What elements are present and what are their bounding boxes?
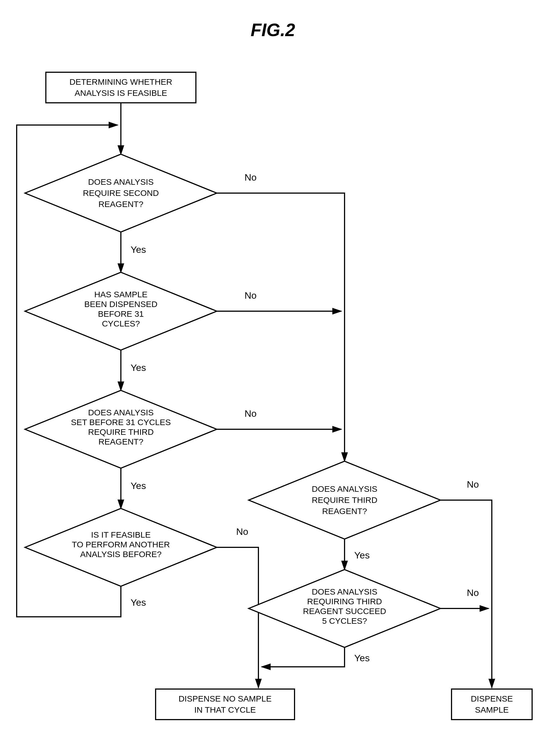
- svg-rect-33: [452, 689, 532, 720]
- decision-require-third-reagent: DOES ANALYSIS REQUIRE THIRD REAGENT?: [249, 461, 440, 539]
- terminal-dispense-sample: DISPENSE SAMPLE: [452, 689, 532, 720]
- svg-text:DOES ANALYSIS: DOES ANALYSIS: [88, 408, 154, 417]
- svg-text:REQUIRE THIRD: REQUIRE THIRD: [88, 427, 154, 436]
- svg-text:DISPENSE: DISPENSE: [471, 694, 513, 703]
- edge-label-yes: Yes: [354, 550, 370, 560]
- edge-label-yes: Yes: [131, 597, 146, 608]
- edge-label-no: No: [245, 290, 256, 301]
- svg-text:DOES ANALYSIS: DOES ANALYSIS: [312, 484, 377, 493]
- figure-title: FIG.2: [251, 20, 295, 40]
- edge-label-yes: Yes: [131, 244, 146, 255]
- edge-label-yes: Yes: [131, 362, 146, 373]
- edge-label-no: No: [236, 526, 248, 537]
- svg-text:SET BEFORE 31 CYCLES: SET BEFORE 31 CYCLES: [71, 418, 171, 427]
- svg-text:REAGENT?: REAGENT?: [98, 437, 143, 446]
- svg-text:REAGENT SUCCEED: REAGENT SUCCEED: [303, 607, 386, 616]
- decision-require-second-reagent: DOES ANALYSIS REQUIRE SECOND REAGENT?: [25, 154, 217, 232]
- svg-text:BEEN DISPENSED: BEEN DISPENSED: [84, 300, 157, 309]
- edge-label-no: No: [245, 172, 256, 183]
- decision-set-before-31-require-third: DOES ANALYSIS SET BEFORE 31 CYCLES REQUI…: [25, 390, 217, 468]
- svg-rect-0: [46, 72, 196, 103]
- svg-text:ANALYSIS BEFORE?: ANALYSIS BEFORE?: [80, 550, 162, 559]
- svg-text:IN THAT CYCLE: IN THAT CYCLE: [194, 705, 256, 714]
- svg-text:TO PERFORM ANOTHER: TO PERFORM ANOTHER: [72, 540, 170, 549]
- svg-text:SAMPLE: SAMPLE: [475, 705, 509, 714]
- edge-label-no: No: [467, 479, 479, 490]
- svg-text:DOES ANALYSIS: DOES ANALYSIS: [312, 587, 377, 596]
- svg-rect-30: [156, 689, 295, 720]
- flowchart: FIG.2 DETERMINING WHETHER ANALYSIS IS FE…: [0, 0, 546, 756]
- svg-text:REAGENT?: REAGENT?: [322, 507, 367, 516]
- svg-text:BEFORE 31: BEFORE 31: [98, 309, 144, 318]
- edge-label-no: No: [467, 587, 479, 598]
- terminal-dispense-no-sample: DISPENSE NO SAMPLE IN THAT CYCLE: [156, 689, 295, 720]
- svg-text:DOES ANALYSIS: DOES ANALYSIS: [88, 177, 154, 186]
- svg-text:ANALYSIS IS FEASIBLE: ANALYSIS IS FEASIBLE: [75, 88, 167, 98]
- edge-label-yes: Yes: [131, 480, 146, 491]
- svg-text:REQUIRE THIRD: REQUIRE THIRD: [312, 495, 377, 505]
- decision-feasible-another-analysis: IS IT FEASIBLE TO PERFORM ANOTHER ANALYS…: [25, 508, 217, 586]
- svg-text:REQUIRE SECOND: REQUIRE SECOND: [83, 188, 159, 198]
- svg-text:REAGENT?: REAGENT?: [98, 199, 143, 209]
- edge-label-no: No: [245, 408, 256, 419]
- svg-text:DISPENSE NO SAMPLE: DISPENSE NO SAMPLE: [178, 694, 271, 703]
- svg-text:IS IT FEASIBLE: IS IT FEASIBLE: [91, 530, 151, 539]
- svg-text:CYCLES?: CYCLES?: [102, 319, 140, 328]
- start-box: DETERMINING WHETHER ANALYSIS IS FEASIBLE: [46, 72, 196, 103]
- edge-label-yes: Yes: [354, 653, 370, 663]
- decision-dispensed-before-31: HAS SAMPLE BEEN DISPENSED BEFORE 31 CYCL…: [25, 272, 217, 350]
- svg-text:DETERMINING WHETHER: DETERMINING WHETHER: [69, 77, 172, 86]
- svg-text:HAS SAMPLE: HAS SAMPLE: [94, 290, 148, 299]
- svg-text:5 CYCLES?: 5 CYCLES?: [322, 616, 367, 625]
- svg-text:REQUIRING THIRD: REQUIRING THIRD: [307, 597, 382, 606]
- decision-third-reagent-succeed-5: DOES ANALYSIS REQUIRING THIRD REAGENT SU…: [249, 570, 440, 647]
